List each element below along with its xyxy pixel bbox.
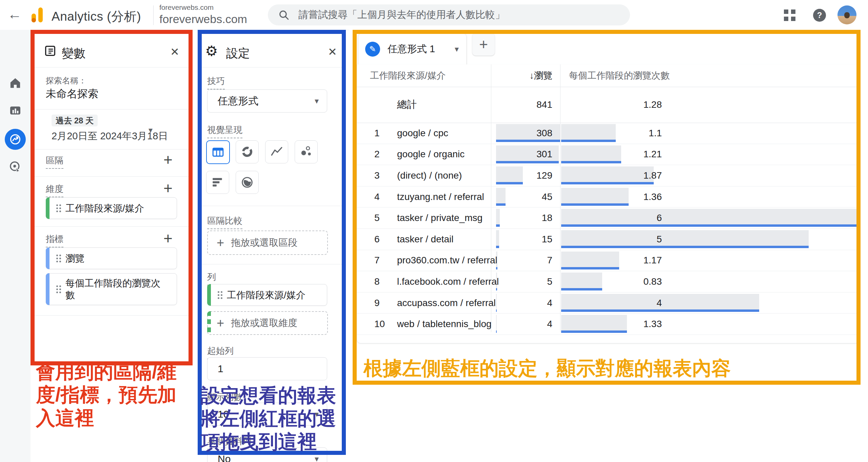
table-row[interactable]: 1 google / cpc 308 1.1: [357, 123, 859, 144]
row-vps: 0.83: [561, 271, 662, 292]
nav-reports-button[interactable]: [0, 100, 31, 121]
add-tab-button[interactable]: +: [472, 33, 495, 56]
viz-donut-button[interactable]: [236, 140, 259, 163]
user-avatar[interactable]: [837, 5, 856, 24]
variables-title: 變數: [62, 45, 85, 61]
column-header-views[interactable]: ↓瀏覽: [493, 64, 552, 87]
row-dimension-chip[interactable]: 工作階段來源/媒介: [207, 284, 327, 306]
add-dimension-button[interactable]: +: [163, 180, 173, 196]
home-icon: [8, 76, 22, 90]
chevron-down-icon[interactable]: ▾: [455, 44, 459, 54]
chevron-down-icon[interactable]: ▾: [149, 125, 153, 135]
segment-drop-zone[interactable]: + 拖放或選取區段: [207, 230, 328, 255]
drag-handle-icon[interactable]: [56, 255, 58, 256]
viz-line-button[interactable]: [265, 140, 288, 163]
table-rows: 1 google / cpc 308 1.1 2 google / organi…: [357, 123, 859, 335]
close-icon[interactable]: ✕: [328, 45, 337, 58]
exploration-name-value[interactable]: 未命名探索: [46, 87, 98, 101]
table-row[interactable]: 10 web / tabletennis_blog 4 1.33: [357, 314, 859, 335]
date-badge: 過去 28 天: [52, 115, 98, 126]
row-vps: 6: [561, 207, 662, 228]
viz-bar-button[interactable]: [206, 171, 229, 194]
row-views: 4: [493, 314, 552, 335]
divider: [153, 5, 154, 25]
pencil-icon: ✎: [365, 42, 380, 57]
totals-label: 總計: [397, 87, 417, 123]
viz-geo-button[interactable]: [236, 171, 259, 194]
row-rank: 2: [374, 144, 380, 165]
dimension-chip[interactable]: 工作階段來源/媒介: [46, 197, 177, 219]
help-icon[interactable]: ?: [813, 9, 826, 22]
row-vps: 1.21: [561, 144, 662, 165]
viz-table-button[interactable]: [206, 140, 230, 164]
close-icon[interactable]: ✕: [170, 45, 179, 58]
tab-freeform[interactable]: ✎ 任意形式 1 ▾: [358, 33, 466, 65]
table-row[interactable]: 3 (direct) / (none) 129 1.87: [357, 165, 859, 186]
dimension-accent-dashed: [207, 311, 211, 335]
table-row[interactable]: 7 pro360.com.tw / referral 7 1.17: [357, 250, 859, 272]
metric-chip[interactable]: 每個工作階段的瀏覽次數: [46, 273, 177, 305]
viz-scatter-button[interactable]: [295, 140, 318, 163]
chevron-down-icon: ▾: [315, 96, 319, 106]
metric-chip[interactable]: 瀏覽: [46, 247, 177, 269]
column-header-vps[interactable]: 每個工作階段的瀏覽次數: [569, 64, 670, 87]
table-row[interactable]: 5 tasker / private_msg 18 6: [357, 207, 859, 229]
row-vps: 1.17: [561, 250, 662, 271]
show-rows-input[interactable]: 10 ▾: [207, 403, 327, 426]
advertising-target-icon: [8, 160, 22, 174]
drag-handle-icon[interactable]: [218, 291, 219, 293]
row-views: 4: [493, 293, 552, 314]
table-row[interactable]: 4 tzuyang.net / referral 45 1.36: [357, 186, 859, 208]
metric-accent: [46, 247, 50, 269]
apps-grid-icon[interactable]: [784, 9, 795, 21]
nav-explore-button[interactable]: [0, 128, 31, 150]
row-views: 129: [493, 165, 552, 186]
row-views: 18: [493, 207, 552, 228]
table-row[interactable]: 2 google / organic 301 1.21: [357, 144, 859, 165]
metric-accent: [46, 273, 50, 305]
dimension-accent: [207, 284, 211, 306]
row-views: 308: [493, 123, 552, 144]
show-rows-value: 10: [218, 408, 229, 420]
drag-handle-icon[interactable]: [56, 204, 58, 206]
globe-icon: [241, 176, 254, 189]
account-switcher[interactable]: foreverwebs.com foreverwebs.com: [159, 3, 247, 26]
row-views: 5: [493, 271, 552, 292]
report-canvas: ✎ 任意形式 1 ▾ + ↶ ↷ ✓ ▾ 工作階段來源/媒介 ↓瀏覽 每個工作階…: [349, 30, 868, 462]
nav-advertising-button[interactable]: [0, 156, 31, 178]
row-source: accupass.com / referral: [397, 293, 496, 314]
table-row[interactable]: 9 accupass.com / referral 4 4: [357, 293, 859, 314]
row-rank: 9: [374, 293, 380, 314]
dimension-drop-zone[interactable]: + 拖放或選取維度: [207, 311, 328, 335]
freeform-table: 工作階段來源/媒介 ↓瀏覽 每個工作階段的瀏覽次數 總計 841 1.28 1: [357, 64, 859, 343]
row-source: pro360.com.tw / referral: [397, 250, 497, 271]
row-vps: 4: [561, 293, 662, 314]
nav-admin-button[interactable]: ⚙: [0, 458, 31, 462]
column-header-source[interactable]: 工作階段來源/媒介: [370, 64, 446, 87]
start-row-input[interactable]: 1: [207, 357, 327, 380]
technique-label: 技巧: [207, 75, 225, 89]
line-chart-icon: [270, 145, 283, 158]
nav-home-button[interactable]: [0, 72, 31, 94]
row-source: google / cpc: [397, 123, 448, 144]
row-source: google / organic: [397, 144, 465, 165]
row-source: web / tabletennis_blog: [397, 314, 492, 335]
horizontal-bars-icon: [211, 176, 224, 189]
nested-rows-select[interactable]: No ▾: [207, 447, 327, 462]
row-chip-label: 工作階段來源/媒介: [227, 289, 305, 301]
top-app-bar: ← Analytics (分析) foreverwebs.com forever…: [0, 0, 868, 30]
search-bar[interactable]: 請嘗試搜尋「上個月與去年的使用者人數比較」: [268, 4, 630, 25]
add-segment-button[interactable]: +: [163, 152, 173, 167]
back-icon[interactable]: ←: [7, 6, 22, 22]
add-metric-button[interactable]: +: [163, 230, 173, 246]
table-row[interactable]: 6 tasker / detail 15 5: [357, 229, 859, 250]
drag-handle-icon[interactable]: [56, 285, 58, 287]
row-views: 7: [493, 250, 552, 271]
row-rank: 1: [374, 123, 380, 144]
metric-chip-label: 每個工作階段的瀏覽次數: [65, 277, 167, 301]
chevron-down-icon: ▾: [315, 409, 319, 419]
row-views: 45: [493, 186, 552, 207]
technique-select[interactable]: 任意形式 ▾: [207, 89, 327, 113]
table-row[interactable]: 8 l.facebook.com / referral 5 0.83: [357, 271, 859, 293]
row-vps: 1.33: [561, 314, 662, 335]
